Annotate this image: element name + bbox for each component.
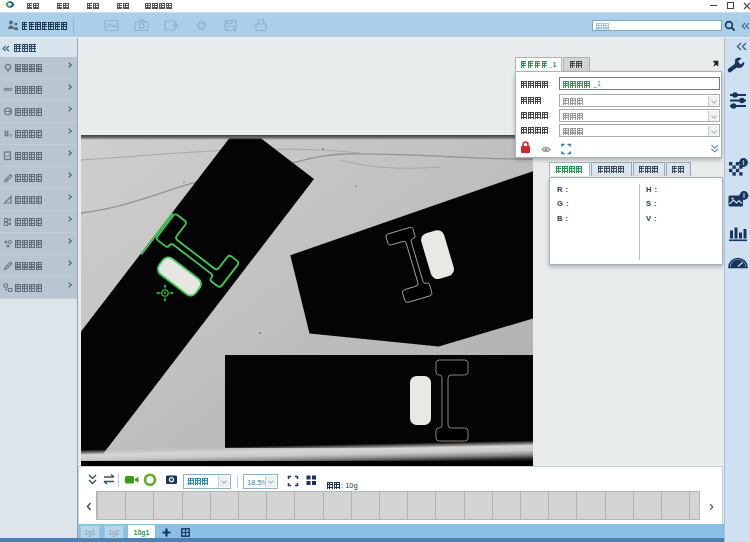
svg-text:n: n (9, 132, 12, 138)
svg-text:i: i (743, 192, 745, 199)
svg-text:i: i (743, 159, 745, 166)
